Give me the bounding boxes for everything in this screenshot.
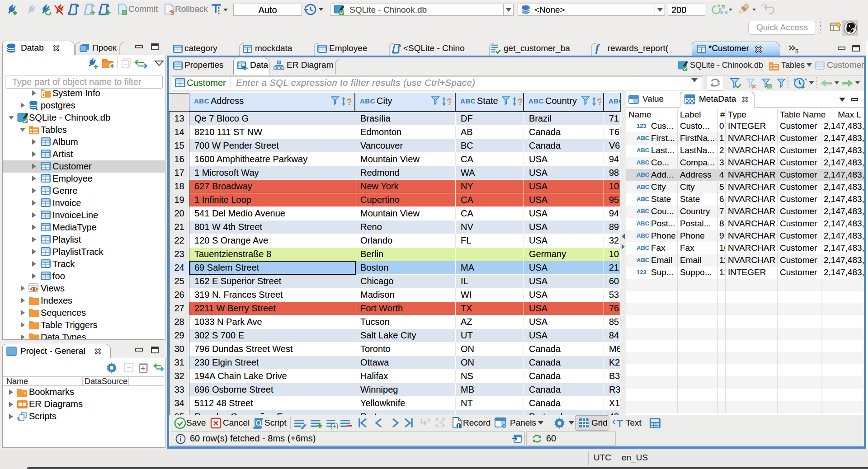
svg-text:<>: <> xyxy=(242,66,248,71)
svg-text:5: 5 xyxy=(795,48,798,54)
svg-text:?: ? xyxy=(447,96,451,108)
svg-text:i: i xyxy=(458,424,459,429)
svg-text:?: ? xyxy=(517,96,522,108)
svg-text:(+): (+) xyxy=(330,422,338,429)
svg-text:?: ? xyxy=(346,96,351,108)
svg-text:?: ? xyxy=(597,96,601,108)
